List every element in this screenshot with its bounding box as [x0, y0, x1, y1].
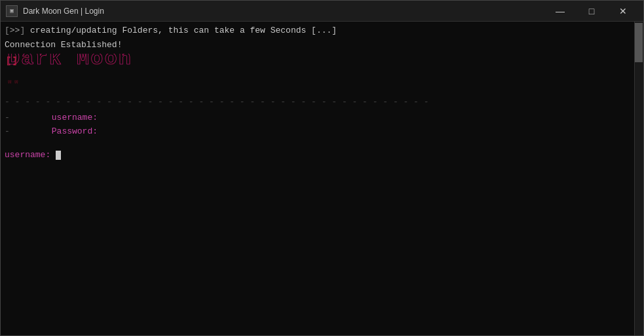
- connection-line: Connection Established!: [5, 39, 628, 52]
- title-bar: ▣ Dark Moon Gen | Login — □ ✕: [1, 1, 643, 22]
- maximize-button[interactable]: □: [577, 1, 607, 22]
- password-field-line: - Password:: [5, 125, 628, 138]
- window: ▣ Dark Moon Gen | Login — □ ✕ [>>] creat…: [0, 0, 644, 336]
- scrollbar[interactable]: [634, 22, 643, 335]
- window-title: Dark Moon Gen | Login: [23, 7, 104, 16]
- username-dash: -: [5, 111, 10, 124]
- minimize-button[interactable]: —: [545, 1, 575, 22]
- terminal-content: [>>] creating/updating Folders, this can…: [5, 24, 639, 161]
- svg-text:Dark Moon: Dark Moon: [7, 54, 132, 71]
- username-label: username:: [52, 111, 98, 124]
- svg-text:": ": [14, 79, 19, 89]
- close-button[interactable]: ✕: [608, 1, 638, 22]
- ascii-art-svg: [ ] Dark Moon Dark Moon " ": [5, 54, 254, 90]
- input-prompt-area: username:: [5, 149, 628, 162]
- window-controls: — □ ✕: [545, 1, 638, 22]
- username-field-line: - username:: [5, 111, 628, 124]
- password-dash: -: [5, 125, 10, 138]
- status-arrows: >>: [10, 26, 20, 35]
- input-prompt-label: username:: [5, 150, 50, 160]
- ascii-art: [ ] Dark Moon Dark Moon " ": [5, 54, 628, 93]
- svg-text:": ": [7, 79, 12, 89]
- status-line: [>>] creating/updating Folders, this can…: [5, 24, 628, 37]
- app-icon: ▣: [6, 5, 18, 17]
- app-icon-label: ▣: [10, 7, 13, 14]
- terminal-area[interactable]: [>>] creating/updating Folders, this can…: [1, 22, 643, 335]
- separator-line: - - - - - - - - - - - - - - - - - - - - …: [5, 96, 628, 109]
- form-section: - username: - Password:: [5, 111, 628, 138]
- scrollbar-thumb[interactable]: [635, 23, 643, 62]
- title-bar-left: ▣ Dark Moon Gen | Login: [6, 5, 104, 17]
- cursor: [56, 151, 61, 160]
- password-label: Password:: [52, 125, 98, 138]
- status-prefix: [: [5, 26, 10, 35]
- status-text: creating/updating Folders, this can take…: [25, 26, 337, 35]
